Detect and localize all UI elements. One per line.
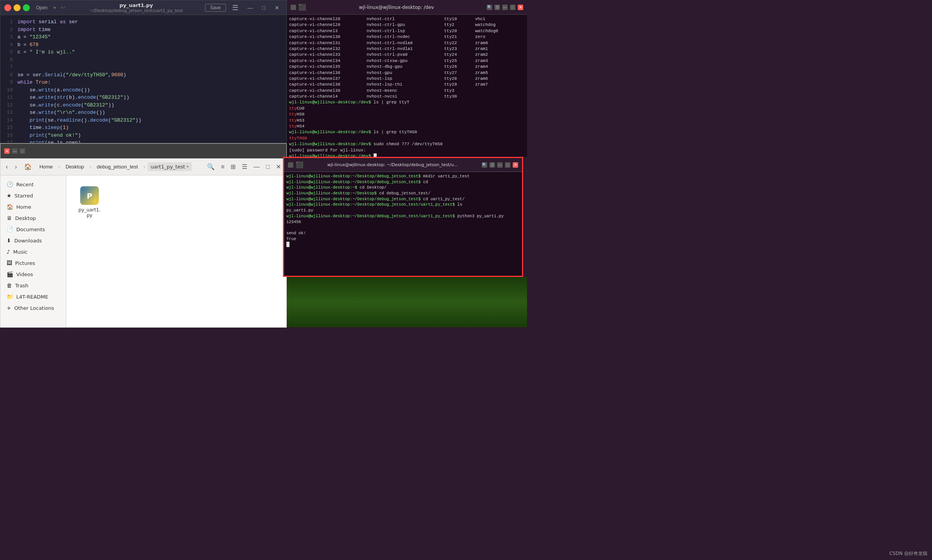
breadcrumb-current: uart1_py_test ▾ (148, 162, 192, 171)
sidebar-item-l4t[interactable]: 📁 L4T-README (2, 291, 64, 302)
terminal2-min-btn[interactable] (288, 162, 293, 168)
breadcrumb-home[interactable]: Home (36, 162, 56, 171)
breadcrumb-sep-2: › (90, 164, 91, 170)
fm-titlebar: ✕ — □ (0, 144, 286, 158)
code-line-14: 14 print(se.readline().decode("GB2312")) (0, 117, 286, 124)
background-foliage (287, 277, 527, 327)
terminal2-minimize-btn[interactable]: — (497, 162, 503, 168)
fm-min-btn[interactable]: — (12, 148, 17, 154)
sidebar-pictures-label: Pictures (15, 260, 35, 266)
terminal1-close-btn[interactable]: ✕ (518, 5, 523, 10)
recent-icon: 🕐 (7, 181, 13, 187)
fm-restore-btn[interactable]: □ (264, 162, 272, 172)
fm-main-area: 🕐 Recent ★ Starred 🏠 Home 🖥 Desktop 📄 Do… (0, 175, 286, 327)
terminal2-restore-btn[interactable]: □ (505, 162, 510, 168)
terminal2-cursor-row (286, 242, 520, 247)
editor-max-btn[interactable] (23, 4, 30, 11)
terminal2-content[interactable]: wjl-linux@wjllinux-desktop:~/Desktop/deb… (284, 172, 522, 276)
terminal1-window: ⬛ wjl-linux@wjllinux-desktop: /dev 🔍 ☰ —… (287, 0, 527, 157)
terminal2-window: ⬛ wjl-linux@wjllinux-desktop: ~/Desktop/… (283, 157, 523, 277)
editor-open-dropdown[interactable]: ▾ (53, 5, 56, 10)
terminal2-output-empty (286, 225, 520, 230)
sidebar-recent-label: Recent (16, 182, 34, 187)
fm-forward-btn[interactable]: › (12, 162, 19, 172)
editor-close-x-btn[interactable]: ✕ (272, 4, 283, 12)
desktop-icon: 🖥 (7, 215, 12, 221)
fm-close-x-btn[interactable]: ✕ (274, 161, 283, 172)
sidebar-item-trash[interactable]: 🗑 Trash (2, 280, 64, 291)
sidebar-item-recent[interactable]: 🕐 Recent (2, 179, 64, 190)
terminal1-max-btn[interactable]: □ (510, 5, 515, 10)
fm-max-btn[interactable]: □ (20, 148, 25, 154)
editor-title-area: py_uart1.py ~/Desktop/debug_jetson_test/… (71, 2, 202, 13)
terminal2-close-btn[interactable]: ✕ (513, 162, 518, 168)
terminal2-line-8: wjl-linux@wjllinux-desktop:~/Desktop/deb… (286, 213, 520, 219)
terminal1-content[interactable]: capture-vi-channel28nvhost-ctrl tty19 vh… (287, 15, 527, 157)
fm-minimize-btn[interactable]: — (251, 162, 262, 172)
file-name-py-uart1: py_uart1.py (77, 207, 102, 218)
sidebar-item-other-locations[interactable]: + Other Locations (2, 302, 64, 313)
sidebar-item-downloads[interactable]: ⬇ Downloads (2, 235, 64, 246)
terminal1-min-btn[interactable] (291, 5, 296, 10)
terminal1-output-ctu0: ttyCU0 (289, 106, 525, 112)
editor-restore-btn[interactable]: □ (259, 4, 269, 12)
terminal1-output-ths3: ttyHS3 (289, 118, 525, 124)
editor-save-btn[interactable]: Save (205, 4, 226, 12)
trash-icon: 🗑 (7, 282, 12, 289)
sidebar-item-videos[interactable]: 🎬 Videos (2, 269, 64, 280)
breadcrumb-dropdown-icon[interactable]: ▾ (187, 164, 189, 169)
breadcrumb-debug[interactable]: debug_jetson_test (94, 162, 141, 171)
sidebar-item-documents[interactable]: 📄 Documents (2, 224, 64, 235)
code-line-17: 17 print(se.is_open) (0, 139, 286, 143)
code-line-16: 16 print("send ok!") (0, 132, 286, 139)
fm-sort-btn[interactable]: ⊞ (228, 161, 238, 172)
terminal1-row-6: capture-vi-channel32nvhost-ctrl-nvdla1tt… (289, 46, 525, 52)
terminal1-row-10: capture-vi-channel36nvhost-gpu tty27 zra… (289, 70, 525, 76)
python-file-icon: P (80, 186, 99, 205)
fm-list-view-btn[interactable]: ≡ (219, 162, 227, 172)
terminal2-controls (288, 162, 293, 168)
code-line-10: 10 se.write(a.encode()) (0, 86, 286, 94)
terminal1-menu-btn[interactable]: ☰ (494, 5, 500, 10)
terminal1-term-icon: ⬛ (298, 3, 306, 11)
breadcrumb-desktop[interactable]: Desktop (62, 162, 87, 171)
terminal2-line-5: wjl-linux@wjllinux-desktop:~/Desktop/deb… (286, 196, 520, 202)
sidebar-item-pictures[interactable]: 🖼 Pictures (2, 258, 64, 268)
videos-icon: 🎬 (7, 271, 13, 277)
fm-back-btn[interactable]: ‹ (3, 162, 10, 172)
editor-open-btn[interactable]: Open (33, 4, 50, 11)
editor-minimize-btn[interactable]: — (245, 4, 256, 12)
code-line-6: 6 (0, 56, 286, 64)
terminal1-row-5: capture-vi-channel31nvhost-ctrl-nvdla0tt… (289, 40, 525, 46)
terminal2-search-btn[interactable]: 🔍 (482, 162, 487, 168)
terminal1-search-btn[interactable]: 🔍 (487, 5, 492, 10)
sidebar-other-label: Other Locations (14, 305, 54, 311)
code-line-2: 2import time (0, 26, 286, 34)
fm-close-btn[interactable]: ✕ (4, 148, 10, 154)
file-py-uart1[interactable]: P py_uart1.py (74, 183, 105, 221)
sidebar-item-home[interactable]: 🏠 Home (2, 201, 64, 212)
editor-menu-btn[interactable]: ☰ (229, 3, 241, 13)
fm-home-btn[interactable]: 🏠 (22, 161, 34, 172)
breadcrumb-sep-1: › (58, 164, 60, 170)
editor-undo-btn[interactable]: ↩ (60, 4, 65, 11)
other-icon: + (7, 305, 11, 311)
fm-menu-btn[interactable]: ☰ (239, 161, 250, 172)
music-icon: ♪ (7, 249, 10, 255)
sidebar-item-music[interactable]: ♪ Music (2, 246, 64, 257)
pictures-icon: 🖼 (7, 260, 12, 266)
sidebar-item-desktop[interactable]: 🖥 Desktop (2, 213, 64, 223)
terminal1-row-14: capture-vi-channel4 nvhost-nvcsi tty30 (289, 94, 525, 100)
terminal1-min2-btn[interactable]: — (502, 5, 508, 10)
terminal2-line-1: wjl-linux@wjllinux-desktop:~/Desktop/deb… (286, 173, 520, 179)
editor-min-btn[interactable] (14, 4, 21, 11)
sidebar-item-starred[interactable]: ★ Starred (2, 190, 64, 201)
breadcrumb-current-label: uart1_py_test (151, 164, 185, 170)
terminal1-prompt-4: wjl-linux@wjllinux-desktop:/dev$ (289, 153, 525, 157)
editor-close-btn[interactable] (4, 4, 11, 11)
terminal2-term-icon: ⬛ (296, 161, 303, 168)
terminal2-menu-btn[interactable]: ☰ (489, 162, 495, 168)
terminal1-row-7: capture-vi-channel33nvhost-ctrl-pva0 tty… (289, 52, 525, 58)
editor-code-area[interactable]: 1import serial as ser 2import time 3a = … (0, 15, 286, 143)
fm-search-btn[interactable]: 🔍 (205, 161, 217, 172)
